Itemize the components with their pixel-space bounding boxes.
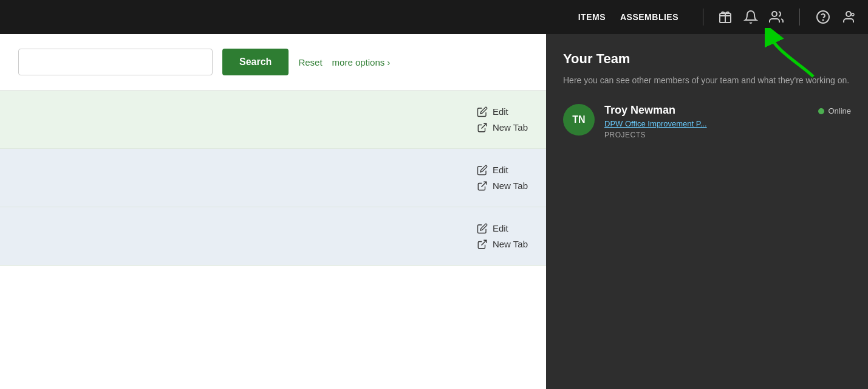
new-tab-action[interactable]: New Tab: [477, 239, 528, 250]
team-member-card: TN Troy Newman DPW Office Improvement P.…: [563, 104, 851, 139]
table-row: Edit New Tab: [0, 207, 546, 266]
row-actions: Edit New Tab: [477, 165, 528, 191]
member-status: Online: [818, 104, 851, 115]
svg-point-1: [772, 12, 777, 16]
edit-label: Edit: [493, 106, 508, 117]
edit-action[interactable]: Edit: [477, 165, 508, 176]
right-panel: Your Team Here you can see other members…: [546, 34, 868, 389]
search-button[interactable]: Search: [222, 49, 289, 75]
topbar: ITEMS ASSEMBLIES: [0, 0, 868, 34]
new-tab-action[interactable]: New Tab: [477, 181, 528, 191]
svg-point-5: [852, 13, 854, 16]
table-row: Edit New Tab: [0, 149, 546, 207]
left-panel: Search Reset more options › Edit New Tab: [0, 34, 546, 389]
green-arrow-icon: [765, 28, 838, 83]
svg-line-9: [481, 182, 486, 187]
user-settings-icon[interactable]: [841, 10, 856, 24]
table-row: Edit New Tab: [0, 91, 546, 149]
bell-icon[interactable]: [743, 10, 758, 24]
avatar: TN: [563, 104, 595, 136]
chevron-right-icon: ›: [387, 57, 390, 67]
new-tab-label: New Tab: [493, 239, 528, 249]
team-icon[interactable]: [769, 10, 784, 24]
edit-action[interactable]: Edit: [477, 106, 508, 117]
search-input[interactable]: [18, 49, 213, 75]
main-content: Search Reset more options › Edit New Tab: [0, 34, 868, 389]
svg-point-4: [846, 12, 851, 16]
row-actions: Edit New Tab: [477, 106, 528, 133]
reset-button[interactable]: Reset: [298, 57, 322, 67]
edit-action[interactable]: Edit: [477, 223, 508, 234]
online-status-dot: [818, 108, 824, 114]
more-options-button[interactable]: more options ›: [332, 57, 391, 67]
new-tab-label: New Tab: [493, 122, 528, 133]
status-label: Online: [828, 106, 851, 115]
nav-assemblies[interactable]: ASSEMBLIES: [620, 12, 678, 22]
help-icon[interactable]: [816, 10, 830, 24]
member-category: PROJECTS: [604, 131, 707, 139]
topbar-nav: ITEMS ASSEMBLIES: [578, 12, 678, 22]
nav-items[interactable]: ITEMS: [578, 12, 606, 22]
topbar-divider-2: [799, 9, 800, 26]
topbar-icons: [718, 9, 856, 26]
row-actions: Edit New Tab: [477, 223, 528, 250]
new-tab-label: New Tab: [493, 181, 528, 191]
edit-label: Edit: [493, 223, 508, 233]
search-bar: Search Reset more options ›: [0, 34, 546, 91]
topbar-divider: [703, 9, 703, 26]
svg-line-8: [481, 123, 486, 128]
new-tab-action[interactable]: New Tab: [477, 122, 528, 133]
member-project[interactable]: DPW Office Improvement P...: [604, 119, 707, 128]
edit-label: Edit: [493, 165, 508, 175]
gift-icon[interactable]: [718, 10, 733, 24]
member-name: Troy Newman: [604, 104, 707, 117]
svg-line-10: [481, 240, 486, 245]
table-body: Edit New Tab Edit N: [0, 91, 546, 389]
member-details: Troy Newman DPW Office Improvement P... …: [604, 104, 851, 139]
member-row: Troy Newman DPW Office Improvement P... …: [604, 104, 851, 139]
